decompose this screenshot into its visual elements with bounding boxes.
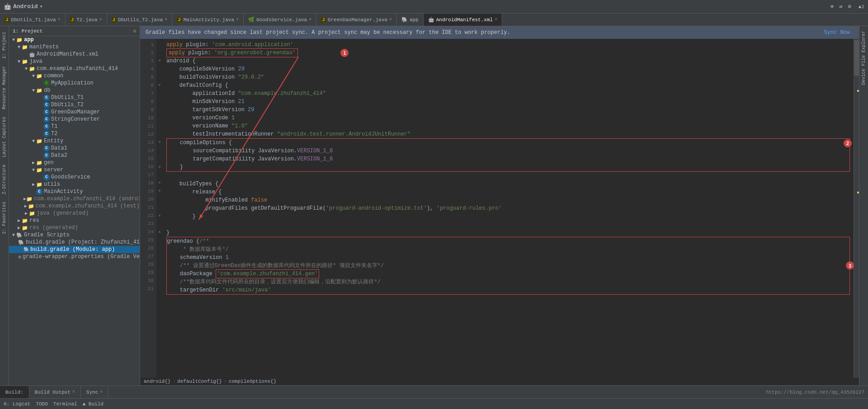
code-line-9: targetSdkVersion 29 bbox=[166, 106, 850, 114]
sidebar-resource[interactable]: Resource Manager bbox=[1, 62, 8, 113]
status-build[interactable]: ▲ Build bbox=[83, 401, 104, 407]
code-line-8: minSdkVersion 21 bbox=[166, 98, 850, 106]
tree-item-t1[interactable]: C T1 bbox=[9, 123, 140, 130]
tree-item-db[interactable]: ▼ 📁 db bbox=[9, 87, 140, 94]
btab-build-output[interactable]: Build Output × bbox=[29, 386, 81, 398]
sidebar-project[interactable]: 1: Project bbox=[1, 28, 8, 62]
code-line-29: daoPackage 'com.example.zhufanzhi_414.ge… bbox=[167, 270, 849, 278]
tree-item-comexample-test[interactable]: ▶ 📁 com.example.zhufanzhi_414 (test) bbox=[9, 202, 140, 210]
tree-label-goodsservice: GoodsService bbox=[51, 174, 90, 180]
tree-item-java[interactable]: ▼ 📁 java bbox=[9, 58, 140, 65]
tree-item-androidmanifest[interactable]: 🤖 AndroidManifest.xml bbox=[9, 51, 140, 58]
tree-item-server[interactable]: ▼ 📁 server bbox=[9, 166, 140, 174]
top-icon-settings[interactable]: ⚙ bbox=[846, 3, 853, 10]
tab-app[interactable]: 🐘 app bbox=[397, 14, 424, 26]
tree-item-utils[interactable]: ▶ 📁 utils bbox=[9, 181, 140, 188]
tree-item-data2[interactable]: C Data2 bbox=[9, 152, 140, 159]
sidebar-layout[interactable]: Layout Captures bbox=[1, 113, 8, 161]
tree-item-dbutilst2[interactable]: C DbUtils_T2 bbox=[9, 101, 140, 108]
line-number-2: 2 bbox=[140, 49, 156, 57]
tab-close-manifest[interactable]: × bbox=[495, 17, 497, 22]
breadcrumb-android[interactable]: android{} bbox=[144, 379, 170, 384]
tree-item-stringconv[interactable]: C StringConverter bbox=[9, 116, 140, 123]
line-number-17: 17 bbox=[140, 171, 156, 179]
tree-item-manifests[interactable]: ▼ 📁 manifests bbox=[9, 43, 140, 51]
status-todo[interactable]: TODO bbox=[36, 401, 47, 407]
tree-item-common[interactable]: ▼ 📁 common bbox=[9, 72, 140, 80]
breadcrumb-defaultconfig[interactable]: defaultConfig{} bbox=[177, 379, 222, 384]
tab-close-t2[interactable]: × bbox=[99, 17, 102, 22]
scrollbar-thumb[interactable] bbox=[854, 40, 859, 76]
tab-close-goodsservice[interactable]: × bbox=[309, 17, 311, 22]
sync-now-button[interactable]: Sync Now bbox=[820, 29, 854, 36]
tab-t2[interactable]: J T2.java × bbox=[66, 14, 107, 26]
line-number-9: 9 bbox=[140, 106, 156, 114]
tree-item-gen[interactable]: ▶ 📁 gen bbox=[9, 159, 140, 166]
tab-label-dbutilst1: DbUtils_T1.java bbox=[11, 17, 56, 23]
tree-item-java-gen[interactable]: ▶ 📁 java (generated) bbox=[9, 210, 140, 217]
url-link[interactable]: https://blog.csdn.net/qq_43520227 bbox=[762, 386, 868, 398]
tree-item-app[interactable]: ▼ 📁 app bbox=[9, 36, 140, 43]
tab-dbutilst2[interactable]: J DbUtils_T2.java × bbox=[107, 14, 173, 26]
tree-item-comexample[interactable]: ▼ 📁 com.example.zhufanzhi_414 bbox=[9, 65, 140, 72]
btab-sync[interactable]: Sync × bbox=[81, 386, 108, 398]
btab-build-output-close[interactable]: × bbox=[72, 390, 75, 395]
btab-build[interactable]: Build: bbox=[0, 386, 29, 398]
main-layout: 1: Project Resource Manager Layout Captu… bbox=[0, 26, 868, 385]
tab-goodsservice[interactable]: 🌿 GoodsService.java × bbox=[244, 14, 316, 26]
tree-item-data1[interactable]: C Data1 bbox=[9, 145, 140, 152]
line-number-28: 28 bbox=[140, 260, 156, 268]
dropdown-icon[interactable]: ▾ bbox=[40, 3, 43, 10]
line-number-1: 1 bbox=[140, 41, 156, 49]
class-icon-data2: C bbox=[43, 152, 50, 159]
tree-item-gradlescripts[interactable]: ▼ 🐘 Gradle Scripts bbox=[9, 231, 140, 239]
tree-label-manifests: manifests bbox=[29, 44, 59, 50]
code-editor[interactable]: apply plugin: 'com.android.application' … bbox=[163, 39, 854, 378]
breadcrumb-compileoptions[interactable]: compileOptions{} bbox=[229, 379, 277, 384]
code-line-10: versionCode 1 bbox=[166, 114, 850, 122]
btab-build-label: Build: bbox=[5, 390, 24, 395]
code-line-2: apply plugin: 'org.greenrobot.greendao' … bbox=[166, 49, 850, 57]
tab-androidmanifest[interactable]: 🤖 AndroidManifest.xml × bbox=[424, 14, 502, 26]
tab-close-greendao[interactable]: × bbox=[389, 17, 392, 22]
tree-item-comexample-android[interactable]: ▶ 📁 com.example.zhufanzhi_414 (android bbox=[9, 195, 140, 202]
tab-close-mainactivity[interactable]: × bbox=[236, 17, 239, 22]
tab-mainactivity[interactable]: J MainActivity.java × bbox=[172, 14, 244, 26]
tree-item-t2[interactable]: C T2 bbox=[9, 130, 140, 137]
tab-greendao[interactable]: J GreenDaoManager.java × bbox=[316, 14, 397, 26]
tree-item-res[interactable]: ▶ 📁 res bbox=[9, 217, 140, 224]
btab-sync-close[interactable]: × bbox=[100, 390, 103, 395]
class-icon-t2: C bbox=[43, 131, 50, 137]
panel-settings-icon[interactable]: ⚙ bbox=[133, 28, 136, 34]
tree-item-res-gen[interactable]: ▶ 📁 res (generated) bbox=[9, 224, 140, 231]
tree-label-common: common bbox=[44, 73, 63, 79]
right-scrollbar[interactable] bbox=[854, 39, 859, 378]
tree-item-build-gradle-app[interactable]: 🐘 build.gradle (Module: app) bbox=[9, 246, 140, 253]
circle-2-container: 2 bbox=[844, 139, 852, 148]
line-number-29: 29 bbox=[140, 268, 156, 277]
status-logcat[interactable]: 6: Logcat bbox=[4, 401, 30, 407]
tab-dbutilst1[interactable]: J DbUtils_T1.java × bbox=[0, 14, 66, 26]
top-icon-arrows[interactable]: ⇄ bbox=[837, 3, 844, 10]
sidebar-z[interactable]: Z-Structure bbox=[1, 161, 8, 198]
tree-label-comexample: com.example.zhufanzhi_414 bbox=[37, 66, 118, 72]
line-number-23: 23 bbox=[140, 220, 156, 228]
tree-item-myapplication[interactable]: C MyApplication bbox=[9, 80, 140, 87]
tree-item-goodsservice[interactable]: C GoodsService bbox=[9, 174, 140, 181]
tree-item-dbutilst1[interactable]: C DbUtils_T1 bbox=[9, 94, 140, 101]
top-icon-web[interactable]: ⊕ bbox=[829, 3, 835, 10]
status-terminal[interactable]: Terminal bbox=[53, 401, 77, 407]
gradle-icon-wrapper: ⚙ bbox=[18, 254, 21, 260]
tree-item-build-gradle-proj[interactable]: 🐘 build.gradle (Project: Zhufanzhi_414) bbox=[9, 239, 140, 246]
tab-close-dbutilst2[interactable]: × bbox=[165, 17, 167, 22]
tree-item-entity[interactable]: ▼ 📁 Entity bbox=[9, 137, 140, 145]
far-right-device-explorer[interactable]: Device File Explorer bbox=[860, 28, 867, 88]
sidebar-favorites[interactable]: 2: Favorites bbox=[1, 198, 8, 238]
code-line-4: compileSdkVersion 29 bbox=[166, 65, 850, 73]
tab-close-dbutilst1[interactable]: × bbox=[58, 17, 61, 22]
tree-item-gradle-wrapper[interactable]: ⚙ gradle-wrapper.properties (Gradle Ve bbox=[9, 253, 140, 260]
app-title: Android bbox=[13, 3, 38, 10]
tree-item-mainactivity[interactable]: C MainActivity bbox=[9, 188, 140, 195]
tree-item-greendaomgr[interactable]: C GreenDaoManager bbox=[9, 108, 140, 116]
tree-label-entity: Entity bbox=[44, 138, 63, 144]
